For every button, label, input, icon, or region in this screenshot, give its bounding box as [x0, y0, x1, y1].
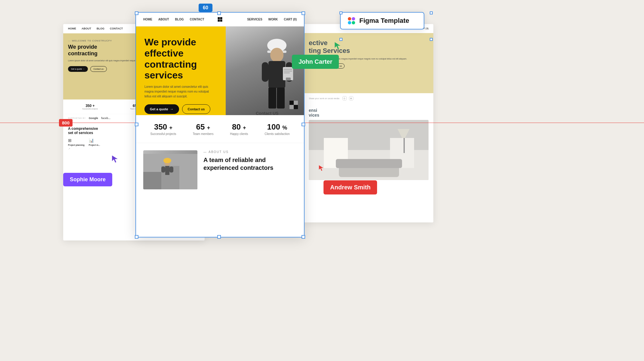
figma-handle-tl [339, 11, 342, 14]
selection-handle-br [302, 235, 305, 239]
john-tag: John Carter [292, 55, 339, 69]
svg-rect-19 [165, 166, 169, 175]
left-btn-contact: Contact us [90, 66, 107, 72]
selection-handle-tl [135, 11, 138, 15]
figma-handle-br [430, 38, 433, 41]
figma-icon [348, 17, 356, 24]
nav-cart: CART (0) [284, 18, 297, 21]
cursor-left [111, 155, 120, 164]
selection-handle-tm [217, 11, 221, 15]
nav-blog: BLOG [175, 18, 184, 21]
nav-about: ABOUT [158, 18, 169, 21]
svg-marker-31 [335, 42, 340, 49]
center-stat-4: 100 % Clients satisfaction [265, 122, 289, 136]
center-stat-2: 65 + Team members [193, 122, 213, 136]
guide-label: 800 [59, 119, 73, 127]
sophie-tag: Sophie Moore [63, 173, 112, 186]
center-nav-right: SERVICES WORK CART (0) [247, 18, 297, 21]
left-stat-1: 350 + Successful projects [82, 104, 98, 110]
figma-dot-blue [348, 21, 351, 24]
svg-point-22 [163, 158, 171, 163]
center-about-text: — ABOUT US A team of reliable and experi… [203, 150, 297, 189]
center-hero-desc: Lorem ipsum dolor sit amet consectetur e… [144, 84, 211, 99]
svg-marker-32 [319, 165, 324, 171]
selection-handle-tr [302, 11, 305, 15]
center-btn-contact[interactable]: Contact us [182, 104, 211, 114]
svg-rect-20 [161, 167, 165, 173]
svg-rect-28 [336, 159, 402, 168]
center-stat-3: 80 + Happy clients [230, 122, 248, 136]
figma-template-badge: Figma Template [340, 12, 424, 29]
left-nav-about: ABOUT [82, 27, 91, 30]
svg-rect-17 [179, 160, 197, 190]
center-about-title: A team of reliable and experienced contr… [203, 156, 297, 172]
right-hero-title: ectiveting Services [309, 39, 429, 55]
left-nav-blog: BLOG [97, 27, 104, 30]
cursor-right-bottom [318, 165, 325, 173]
selection-handle-bm [217, 235, 221, 239]
right-social-label: Share your work on social media [309, 97, 339, 99]
guide-line [0, 123, 644, 123]
center-nav-left: HOME ABOUT BLOG CONTACT [143, 18, 204, 21]
pinterest-icon: ⊕ [349, 96, 353, 100]
right-services-title: ensivices [309, 108, 429, 118]
figma-dot-green [352, 21, 355, 24]
center-about-image [143, 150, 197, 189]
nav-contact: CONTACT [190, 18, 204, 21]
spacing-badge: 60 [199, 4, 212, 12]
figma-badge-text: Figma Template [359, 17, 409, 25]
selection-handle-ml [135, 123, 138, 126]
center-hero: We provide effective contracting service… [136, 26, 304, 115]
right-social: Share your work on social media ⊙ ⊕ [304, 93, 433, 104]
right-interior-img [309, 120, 429, 180]
left-nav-contact: CONTACT [110, 27, 123, 30]
svg-marker-0 [112, 155, 118, 162]
figma-dot-purple [352, 17, 355, 20]
svg-rect-21 [169, 167, 173, 173]
center-stat-1: 350 + Successful projects [150, 122, 176, 136]
center-hero-content: We provide effective contracting service… [136, 26, 304, 115]
center-about: — ABOUT US A team of reliable and experi… [136, 143, 304, 197]
social-icons: ⊙ ⊕ [342, 96, 353, 100]
figma-dot-red [348, 17, 351, 20]
center-hero-title: We provide effective contracting service… [144, 37, 229, 81]
nav-services: SERVICES [247, 18, 262, 21]
center-main-card: HOME ABOUT BLOG CONTACT SERVICES WORK CA… [135, 12, 305, 237]
left-btn-quote: Get a quote → [68, 66, 88, 72]
selection-handle-bl [135, 235, 138, 239]
svg-rect-15 [143, 172, 161, 190]
center-hero-checkers [289, 101, 298, 109]
nav-home: HOME [143, 18, 152, 21]
selection-handle-mr [302, 123, 305, 126]
contact-us-annotation: Contact US [256, 111, 278, 116]
cursor-right-top [334, 41, 342, 51]
center-stats: 350 + Successful projects 65 + Team memb… [136, 115, 304, 143]
instagram-icon: ⊙ [342, 96, 347, 100]
nav-logo-checker [218, 17, 222, 22]
figma-handle-bl [339, 38, 342, 41]
figma-handle-tr [430, 11, 433, 14]
center-btn-quote[interactable]: Get a quote → [144, 104, 179, 114]
left-nav-home: HOME [68, 27, 76, 30]
andrew-tag: Andrew Smith [324, 180, 377, 194]
nav-work: WORK [268, 18, 278, 21]
